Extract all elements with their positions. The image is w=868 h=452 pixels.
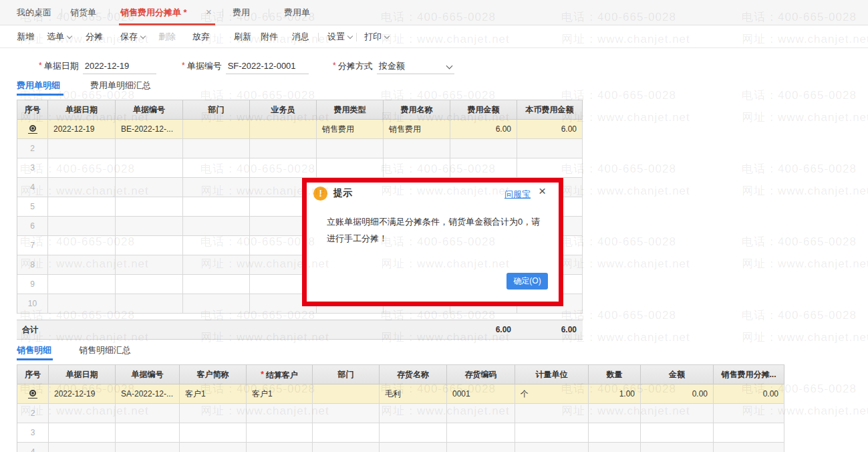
cell-seq[interactable]: 4	[17, 178, 48, 197]
cell-doc-date[interactable]: 2022-12-19	[49, 384, 116, 404]
row-detail-gear-icon[interactable]	[28, 125, 37, 134]
cell-seq[interactable]: 9	[17, 275, 48, 294]
cell-settlement-customer[interactable]	[247, 423, 313, 443]
tab-3[interactable]: 销售费用分摊单 *	[120, 0, 187, 25]
cell-expense-type[interactable]	[317, 158, 384, 178]
cell-doc-no[interactable]	[116, 423, 180, 443]
cell-department[interactable]	[183, 255, 250, 275]
cell-inventory-code[interactable]	[447, 404, 515, 423]
cell-doc-no[interactable]	[116, 236, 183, 255]
cell-department[interactable]	[183, 139, 250, 158]
cell-doc-date[interactable]	[48, 236, 116, 255]
cell-doc-date[interactable]	[48, 178, 116, 197]
cell-unit[interactable]	[515, 423, 589, 443]
cell-department[interactable]	[313, 443, 380, 452]
tab-1[interactable]: 我的桌面	[17, 0, 51, 25]
toolbar-button-9[interactable]: 消息	[292, 26, 309, 48]
sales-tabs-tab-2[interactable]: 销售明细汇总	[79, 342, 131, 358]
cell-department[interactable]	[183, 178, 250, 197]
cell-sales-expense-allocation[interactable]	[714, 423, 784, 443]
cell-seq[interactable]: 5	[17, 197, 48, 217]
tab-4[interactable]: 费用	[233, 0, 250, 25]
allocation-method-select[interactable]: 按金额	[377, 58, 454, 74]
cell-seq[interactable]: 2	[17, 404, 49, 423]
cell-doc-date[interactable]	[48, 217, 116, 236]
cell-department[interactable]	[183, 217, 250, 236]
cell-department[interactable]	[183, 120, 250, 139]
cell-inventory-name[interactable]	[380, 443, 447, 452]
cell-settlement-customer[interactable]: 客户1	[247, 384, 313, 404]
cell-inventory-name[interactable]: 毛利	[380, 384, 447, 404]
cell-doc-no[interactable]	[116, 404, 180, 423]
cell-settlement-customer[interactable]	[247, 404, 313, 423]
exp-tabs-tab-1[interactable]: 费用单明细	[17, 78, 60, 94]
cell-doc-no[interactable]	[116, 443, 180, 452]
cell-customer-short-name[interactable]: 客户1	[180, 384, 247, 404]
cell-doc-date[interactable]	[49, 423, 116, 443]
cell-department[interactable]	[183, 158, 250, 178]
cell-seq[interactable]: 7	[17, 236, 48, 255]
cell-unit[interactable]: 个	[515, 384, 589, 404]
cell-department[interactable]	[183, 294, 250, 314]
cell-quantity[interactable]	[589, 404, 641, 423]
cell-doc-no[interactable]	[116, 178, 183, 197]
cell-doc-no[interactable]	[116, 255, 183, 275]
cell-expense-type[interactable]: 销售费用	[317, 120, 384, 139]
cell-doc-no[interactable]: BE-2022-12-...	[116, 120, 183, 139]
toolbar-button-3[interactable]: 分摊	[86, 26, 103, 48]
cell-seq[interactable]: 10	[17, 294, 48, 314]
toolbar-button-6[interactable]: 放弃	[192, 26, 210, 48]
cell-currency-expense-amount[interactable]	[517, 158, 583, 178]
cell-currency-expense-amount[interactable]	[517, 139, 583, 158]
cell-unit[interactable]	[515, 443, 589, 452]
cell-expense-amount[interactable]: 6.00	[450, 120, 517, 139]
cell-settlement-customer[interactable]	[247, 443, 313, 452]
cell-doc-date[interactable]	[48, 275, 116, 294]
cell-doc-no[interactable]: SA-2022-12-...	[116, 384, 180, 404]
cell-inventory-name[interactable]	[380, 404, 447, 423]
cell-salesperson[interactable]	[250, 139, 317, 158]
cell-quantity[interactable]	[589, 443, 641, 452]
cell-doc-date[interactable]: 2022-12-19	[48, 120, 116, 139]
cell-seq[interactable]	[17, 384, 49, 404]
cell-salesperson[interactable]	[250, 120, 317, 139]
cell-doc-date[interactable]	[49, 404, 116, 423]
toolbar-button-4[interactable]: 保存	[120, 26, 145, 48]
cell-inventory-code[interactable]: 0001	[447, 384, 515, 404]
cell-seq[interactable]: 2	[17, 139, 48, 158]
cell-inventory-name[interactable]	[380, 423, 447, 443]
help-link[interactable]: 问服宝	[504, 189, 531, 201]
cell-expense-amount[interactable]	[450, 139, 517, 158]
cell-sales-expense-allocation[interactable]	[714, 404, 784, 423]
cell-seq[interactable]	[17, 120, 48, 139]
cell-sales-expense-allocation[interactable]	[714, 443, 784, 452]
cell-unit[interactable]	[515, 404, 589, 423]
cell-amount[interactable]	[641, 443, 714, 452]
cell-doc-no[interactable]	[116, 217, 183, 236]
cell-doc-date[interactable]	[48, 255, 116, 275]
cell-expense-type[interactable]	[317, 139, 384, 158]
cell-customer-short-name[interactable]	[180, 443, 247, 452]
exp-tabs-tab-2[interactable]: 费用单明细汇总	[90, 78, 151, 94]
tab-2[interactable]: 销货单	[70, 0, 96, 25]
cell-seq[interactable]: 6	[17, 217, 48, 236]
cell-customer-short-name[interactable]	[180, 404, 247, 423]
cell-quantity[interactable]	[589, 423, 641, 443]
cell-currency-expense-amount[interactable]: 6.00	[517, 120, 583, 139]
cell-department[interactable]	[183, 275, 250, 294]
cell-doc-no[interactable]	[116, 158, 183, 178]
cell-amount[interactable]: 0.00	[641, 384, 714, 404]
cell-seq[interactable]: 3	[17, 158, 48, 178]
cell-seq[interactable]: 3	[17, 423, 49, 443]
cell-seq[interactable]: 8	[17, 255, 48, 275]
cell-inventory-code[interactable]	[447, 443, 515, 452]
cell-quantity[interactable]: 1.00	[589, 384, 641, 404]
cell-inventory-code[interactable]	[447, 423, 515, 443]
cell-expense-amount[interactable]	[450, 158, 517, 178]
toolbar-button-8[interactable]: 附件	[261, 26, 278, 48]
doc-number-input[interactable]: SF-2022-12-0001	[226, 58, 309, 74]
cell-amount[interactable]	[641, 423, 714, 443]
cell-doc-no[interactable]	[116, 197, 183, 217]
doc-date-input[interactable]: 2022-12-19	[83, 58, 156, 74]
cell-salesperson[interactable]	[250, 158, 317, 178]
